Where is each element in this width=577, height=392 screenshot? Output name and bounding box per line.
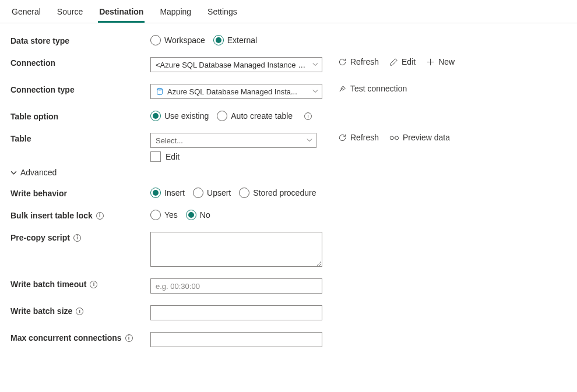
test-connection-label: Test connection: [350, 84, 407, 93]
tab-mapping[interactable]: Mapping: [159, 5, 192, 23]
radio-circle-icon: [150, 111, 161, 121]
tab-source[interactable]: Source: [56, 5, 84, 23]
table-dropdown[interactable]: Select...: [150, 133, 316, 148]
refresh-connection-label: Refresh: [350, 57, 379, 66]
tab-strip: General Source Destination Mapping Setti…: [0, 0, 577, 23]
connection-value: <Azure SQL Database Managed Instance con…: [156, 61, 309, 69]
max-concurrent-input[interactable]: [150, 332, 322, 347]
info-icon[interactable]: i: [304, 112, 312, 120]
table-placeholder: Select...: [156, 136, 303, 145]
database-icon: [156, 87, 164, 96]
svg-point-2: [390, 136, 393, 140]
tab-destination[interactable]: Destination: [98, 5, 145, 23]
radio-stored-procedure-label: Stored procedure: [253, 188, 316, 197]
table-edit-label: Edit: [166, 152, 180, 161]
refresh-icon: [338, 133, 347, 142]
test-connection-button[interactable]: Test connection: [338, 84, 407, 93]
radio-external[interactable]: External: [213, 35, 257, 45]
radio-circle-icon: [217, 111, 227, 121]
radio-bulklock-no[interactable]: No: [186, 210, 210, 220]
write-batch-size-input[interactable]: [150, 305, 322, 320]
info-icon[interactable]: i: [76, 308, 83, 315]
tab-settings[interactable]: Settings: [206, 5, 238, 23]
refresh-table-button[interactable]: Refresh: [338, 133, 379, 142]
radio-upsert[interactable]: Upsert: [193, 188, 231, 198]
plug-icon: [338, 84, 347, 93]
radio-use-existing[interactable]: Use existing: [150, 111, 209, 121]
label-max-concurrent: Max concurrent connections i: [10, 332, 150, 342]
label-write-batch-timeout: Write batch timeout i: [10, 278, 150, 289]
radio-use-existing-label: Use existing: [164, 111, 209, 121]
new-connection-label: New: [438, 57, 455, 66]
radio-circle-icon: [186, 210, 196, 220]
radio-insert-label: Insert: [164, 188, 185, 197]
preview-data-label: Preview data: [403, 133, 450, 142]
info-icon[interactable]: i: [90, 281, 97, 288]
glasses-icon: [389, 134, 399, 141]
refresh-icon: [338, 58, 347, 66]
label-data-store-type: Data store type: [10, 35, 150, 45]
svg-point-3: [395, 136, 399, 140]
label-pre-copy-script: Pre-copy script i: [10, 232, 150, 242]
table-edit-checkbox[interactable]: [150, 151, 161, 162]
write-batch-timeout-input[interactable]: [150, 278, 322, 294]
advanced-label: Advanced: [20, 168, 57, 177]
radio-circle-icon: [150, 210, 161, 220]
radio-bulklock-yes-label: Yes: [164, 210, 178, 220]
connection-type-dropdown[interactable]: Azure SQL Database Managed Insta...: [150, 84, 322, 99]
radio-auto-create[interactable]: Auto create table: [217, 111, 293, 121]
destination-form: Data store type Workspace External Conne…: [0, 23, 577, 370]
tab-general[interactable]: General: [10, 5, 42, 23]
refresh-connection-button[interactable]: Refresh: [338, 57, 379, 66]
radio-circle-icon: [239, 188, 249, 198]
label-connection-type: Connection type: [10, 84, 150, 94]
label-connection: Connection: [10, 57, 150, 68]
connection-type-value: Azure SQL Database Managed Insta...: [167, 87, 309, 96]
advanced-section-toggle[interactable]: Advanced: [10, 168, 57, 177]
radio-auto-create-label: Auto create table: [231, 111, 293, 121]
label-table: Table: [10, 133, 150, 143]
radio-circle-icon: [150, 188, 161, 198]
connection-dropdown[interactable]: <Azure SQL Database Managed Instance con…: [150, 57, 322, 72]
label-write-batch-size: Write batch size i: [10, 305, 150, 316]
label-table-option: Table option: [10, 111, 150, 121]
info-icon[interactable]: i: [96, 212, 104, 220]
radio-circle-icon: [213, 35, 224, 45]
edit-connection-button[interactable]: Edit: [389, 57, 416, 66]
chevron-down-icon: [312, 87, 318, 96]
info-icon[interactable]: i: [73, 234, 81, 242]
pre-copy-script-input[interactable]: [150, 232, 322, 267]
chevron-down-icon: [10, 169, 17, 176]
radio-circle-icon: [193, 188, 203, 198]
radio-upsert-label: Upsert: [207, 188, 231, 197]
radio-bulklock-no-label: No: [200, 210, 210, 220]
chevron-down-icon: [307, 136, 312, 145]
radio-workspace-label: Workspace: [164, 36, 205, 45]
radio-bulklock-yes[interactable]: Yes: [150, 210, 178, 220]
radio-external-label: External: [227, 36, 257, 45]
preview-data-button[interactable]: Preview data: [389, 133, 450, 142]
info-icon[interactable]: i: [125, 334, 133, 342]
pencil-icon: [389, 58, 398, 66]
new-connection-button[interactable]: New: [426, 57, 455, 66]
radio-insert[interactable]: Insert: [150, 188, 185, 198]
label-write-behavior: Write behavior: [10, 188, 150, 198]
plus-icon: [426, 58, 435, 66]
edit-connection-label: Edit: [402, 57, 416, 66]
radio-stored-procedure[interactable]: Stored procedure: [239, 188, 316, 198]
chevron-down-icon: [312, 61, 318, 69]
radio-circle-icon: [150, 35, 161, 45]
refresh-table-label: Refresh: [350, 133, 379, 142]
radio-workspace[interactable]: Workspace: [150, 35, 205, 45]
label-bulk-insert-lock: Bulk insert table lock i: [10, 210, 150, 220]
